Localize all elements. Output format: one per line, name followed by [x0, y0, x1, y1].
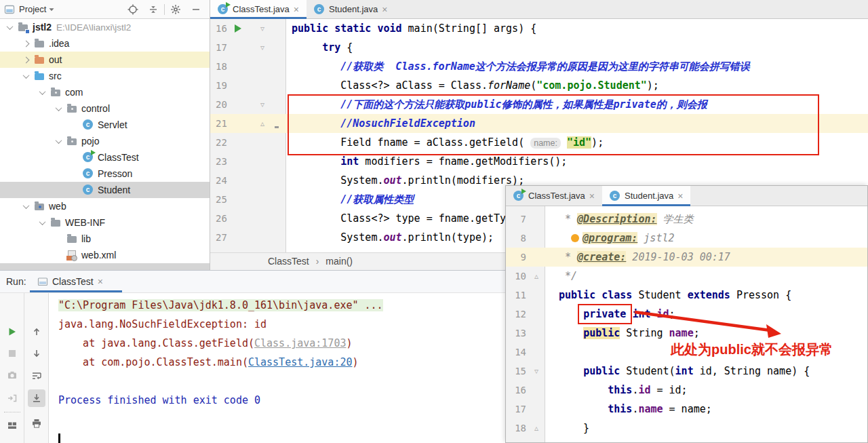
fold-marker-icon[interactable]: ▵ [534, 267, 538, 286]
scroll-to-end-button[interactable] [31, 393, 42, 404]
chevron-down-icon[interactable] [46, 4, 57, 15]
code-segment: * [559, 251, 577, 263]
intention-bulb-icon[interactable] [571, 234, 579, 242]
code-segment: { [340, 41, 353, 54]
tree-item-student[interactable]: cStudent [0, 182, 210, 198]
tree-item-web-xml[interactable]: web.xml [0, 247, 210, 263]
code-text: Class<?> aClass = Class.forName("com.poj… [292, 76, 659, 95]
stop-button[interactable] [7, 348, 18, 359]
code-line-18[interactable]: 18▵ } [506, 419, 867, 438]
close-tab-icon[interactable]: × [294, 5, 299, 14]
collapsed-chevron-icon[interactable] [20, 58, 31, 62]
close-tab-icon[interactable]: × [589, 191, 595, 201]
overlay-tab-bar: cClassTest.java×cStudent.java× [506, 186, 867, 206]
tab-label: Student.java [329, 4, 378, 14]
code-line-8[interactable]: 8 @program: jstl2 [506, 229, 867, 248]
overlay-tab-student-java[interactable]: cStudent.java× [602, 186, 690, 206]
code-line-13[interactable]: 13 public String name; [506, 324, 867, 343]
overlay-tab-classtest-java[interactable]: cClassTest.java× [506, 186, 602, 206]
project-panel-title[interactable]: Project [19, 4, 46, 14]
code-line-19[interactable]: 19 Class<?> aClass = Class.forName("com.… [210, 76, 868, 95]
run-console[interactable]: "C:\Program Files\Java\jdk1.8.0_161\bin\… [49, 293, 506, 443]
expanded-chevron-icon[interactable] [37, 220, 47, 225]
breadcrumb-method[interactable]: main() [326, 256, 353, 267]
detach-console-button[interactable] [7, 393, 18, 404]
code-line-18[interactable]: 18 //获取类 Class.forName这个方法会报异常的原因是因为这里的字… [210, 57, 868, 76]
expanded-chevron-icon[interactable] [4, 25, 15, 30]
fold-marker-icon[interactable]: ▵ [534, 419, 538, 438]
soft-wrap-button[interactable] [31, 370, 42, 381]
code-line-15[interactable]: 15▿ public Student(int id, String name) … [506, 362, 867, 381]
tree-item-classtest[interactable]: cClassTest [0, 149, 210, 166]
fold-marker-icon[interactable]: ▿ [260, 38, 264, 57]
close-tab-icon[interactable]: × [382, 5, 387, 14]
expanded-chevron-icon[interactable] [53, 107, 64, 111]
up-stack-trace-button[interactable] [31, 326, 42, 337]
close-tab-icon[interactable]: × [677, 191, 683, 201]
code-line-17[interactable]: 17 this.name = name; [506, 400, 867, 419]
thread-dump-camera-button[interactable] [7, 370, 18, 381]
code-line-9[interactable]: 9 * @create: 2019-10-03 00:17 [506, 248, 867, 267]
run-line-icon[interactable] [235, 24, 241, 33]
locate-target-icon[interactable] [127, 4, 138, 15]
code-line-12[interactable]: 12 private int id; [506, 305, 867, 324]
rerun-button[interactable] [7, 326, 18, 337]
expanded-chevron-icon[interactable] [20, 204, 31, 209]
settings-gear-icon[interactable] [170, 4, 181, 15]
tree-item-web-inf[interactable]: WEB-INF [0, 214, 210, 231]
stack-trace-link[interactable]: ClassTest.java:20 [248, 356, 353, 368]
code-segment: int [340, 155, 359, 168]
tree-item-com[interactable]: com [0, 84, 210, 100]
code-line-21[interactable]: 21▵ //NosuchFieldException [210, 114, 868, 133]
hide-panel-icon[interactable] [191, 4, 201, 15]
tab-student-java[interactable]: cStudent.java× [307, 0, 395, 18]
project-tool-window-icon[interactable] [4, 4, 15, 15]
print-button[interactable] [31, 418, 42, 429]
collapse-all-icon[interactable] [148, 4, 159, 15]
line-number: 26 [216, 209, 227, 228]
expanded-chevron-icon[interactable] [37, 90, 47, 95]
tree-item-presson[interactable]: cPresson [0, 166, 210, 182]
package-icon [66, 103, 77, 114]
code-line-23[interactable]: 23 int modifiers = fname.getModifiers(); [210, 152, 868, 171]
code-line-10[interactable]: 10▵ */ [506, 267, 867, 286]
code-line-11[interactable]: 11public class Student extends Presson { [506, 286, 867, 305]
code-line-16[interactable]: 16 this.id = id; [506, 381, 867, 400]
tab-classtest-java[interactable]: cClassTest.java× [210, 0, 307, 18]
stack-trace-link[interactable]: Class.java:1703 [254, 337, 346, 349]
code-editor-student[interactable]: 7 * @Description: 学生类8 @program: jstl29 … [506, 206, 867, 442]
breadcrumb-class[interactable]: ClassTest [268, 256, 309, 267]
line-number: 24 [216, 171, 227, 190]
fold-marker-icon[interactable]: ▿ [260, 95, 264, 114]
tree-item-lib[interactable]: lib [0, 231, 210, 247]
down-stack-trace-button[interactable] [31, 348, 42, 359]
tree-item-web[interactable]: web [0, 198, 210, 214]
tree-item-jstl2[interactable]: jstl2E:\IDEA\lianxi\jstl2 [0, 19, 210, 35]
code-line-7[interactable]: 7 * @Description: 学生类 [506, 210, 867, 229]
fold-marker-icon[interactable]: ▿ [534, 362, 538, 381]
dump-keyboard-button[interactable] [7, 420, 18, 431]
fold-marker-icon[interactable]: ▿ [260, 19, 264, 38]
expanded-chevron-icon[interactable] [20, 74, 31, 79]
console-text: at java.lang.Class.getField( [58, 337, 254, 349]
code-line-22[interactable]: 22 Field fname = aClass.getField( name: … [210, 133, 868, 152]
fold-marker-icon[interactable]: ▵ [260, 114, 264, 133]
tree-item-label: lib [81, 233, 91, 244]
tree-item-control[interactable]: control [0, 100, 210, 117]
code-line-20[interactable]: 20▿ //下面的这个方法只能获取public修饰的属性，如果属性是privat… [210, 95, 868, 114]
line-number: 17 [216, 38, 227, 57]
close-icon[interactable]: × [98, 277, 103, 286]
expanded-chevron-icon[interactable] [53, 139, 64, 144]
console-text: "C:\Program Files\Java\jdk1.8.0_161\bin\… [58, 299, 383, 311]
code-line-17[interactable]: 17▿ try { [210, 38, 868, 57]
tree-item-out[interactable]: out [0, 52, 210, 68]
tree-item-pojo[interactable]: pojo [0, 133, 210, 149]
tree-item-servlet[interactable]: cServlet [0, 117, 210, 133]
partial-icon-button[interactable] [31, 438, 42, 443]
code-line-16[interactable]: 16▿public static void main(String[] args… [210, 19, 868, 38]
run-tab-classtest[interactable]: ClassTest × [37, 271, 103, 292]
collapsed-chevron-icon[interactable] [20, 41, 31, 46]
tree-item-src[interactable]: src [0, 68, 210, 84]
tree-item-idea[interactable]: .idea [0, 35, 210, 52]
tree-item-label: ClassTest [98, 152, 139, 163]
